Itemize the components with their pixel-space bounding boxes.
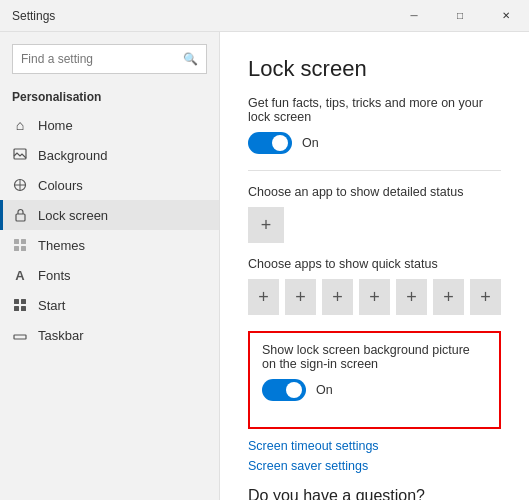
sidebar-item-fonts-label: Fonts bbox=[38, 268, 71, 283]
detailed-status-add-button[interactable]: + bbox=[248, 207, 284, 243]
svg-rect-10 bbox=[21, 306, 26, 311]
sidebar-item-lock-screen[interactable]: Lock screen bbox=[0, 200, 219, 230]
page-title: Lock screen bbox=[248, 56, 501, 82]
svg-rect-3 bbox=[14, 239, 19, 244]
quick-status-btn-2[interactable]: + bbox=[285, 279, 316, 315]
search-box[interactable]: 🔍 bbox=[12, 44, 207, 74]
quick-status-buttons-row: + + + + + + + bbox=[248, 279, 501, 315]
quick-status-btn-5[interactable]: + bbox=[396, 279, 427, 315]
lock-screen-icon bbox=[12, 207, 28, 223]
sidebar-section-label: Personalisation bbox=[0, 86, 219, 110]
sidebar: 🔍 Personalisation ⌂ Home Background Colo… bbox=[0, 32, 220, 500]
svg-rect-8 bbox=[21, 299, 26, 304]
svg-rect-2 bbox=[16, 214, 25, 221]
taskbar-icon bbox=[12, 327, 28, 343]
minimize-button[interactable]: ─ bbox=[391, 0, 437, 32]
sign-in-toggle-label: On bbox=[316, 383, 333, 397]
sign-in-toggle[interactable] bbox=[262, 379, 306, 401]
titlebar: Settings ─ □ ✕ bbox=[0, 0, 529, 32]
sidebar-item-themes[interactable]: Themes bbox=[0, 230, 219, 260]
main-content: Lock screen Get fun facts, tips, tricks … bbox=[220, 32, 529, 500]
sidebar-item-start-label: Start bbox=[38, 298, 65, 313]
sidebar-item-colours-label: Colours bbox=[38, 178, 83, 193]
search-icon: 🔍 bbox=[183, 52, 198, 66]
themes-icon bbox=[12, 237, 28, 253]
fun-facts-toggle-row: On bbox=[248, 132, 501, 154]
sidebar-item-lock-screen-label: Lock screen bbox=[38, 208, 108, 223]
fun-facts-label: Get fun facts, tips, tricks and more on … bbox=[248, 96, 501, 124]
sidebar-item-themes-label: Themes bbox=[38, 238, 85, 253]
close-button[interactable]: ✕ bbox=[483, 0, 529, 32]
screen-timeout-link[interactable]: Screen timeout settings bbox=[248, 439, 501, 453]
sidebar-item-fonts[interactable]: A Fonts bbox=[0, 260, 219, 290]
fun-facts-toggle[interactable] bbox=[248, 132, 292, 154]
question-heading: Do you have a question? bbox=[248, 487, 501, 500]
svg-rect-4 bbox=[21, 239, 26, 244]
quick-status-btn-4[interactable]: + bbox=[359, 279, 390, 315]
app-body: 🔍 Personalisation ⌂ Home Background Colo… bbox=[0, 32, 529, 500]
sidebar-item-background-label: Background bbox=[38, 148, 107, 163]
svg-rect-5 bbox=[14, 246, 19, 251]
highlighted-label: Show lock screen background picture on t… bbox=[262, 343, 487, 371]
sign-in-toggle-row: On bbox=[262, 379, 487, 401]
svg-rect-7 bbox=[14, 299, 19, 304]
sidebar-item-start[interactable]: Start bbox=[0, 290, 219, 320]
svg-rect-9 bbox=[14, 306, 19, 311]
divider-1 bbox=[248, 170, 501, 171]
start-icon bbox=[12, 297, 28, 313]
fonts-icon: A bbox=[12, 267, 28, 283]
sidebar-item-taskbar[interactable]: Taskbar bbox=[0, 320, 219, 350]
quick-status-btn-7[interactable]: + bbox=[470, 279, 501, 315]
detailed-status-section: Choose an app to show detailed status + bbox=[248, 185, 501, 243]
titlebar-title: Settings bbox=[12, 9, 55, 23]
detailed-status-label: Choose an app to show detailed status bbox=[248, 185, 501, 199]
colours-icon bbox=[12, 177, 28, 193]
sidebar-item-home-label: Home bbox=[38, 118, 73, 133]
quick-status-label: Choose apps to show quick status bbox=[248, 257, 501, 271]
maximize-button[interactable]: □ bbox=[437, 0, 483, 32]
search-input[interactable] bbox=[21, 52, 183, 66]
fun-facts-toggle-label: On bbox=[302, 136, 319, 150]
sidebar-item-colours[interactable]: Colours bbox=[0, 170, 219, 200]
titlebar-buttons: ─ □ ✕ bbox=[391, 0, 529, 32]
sidebar-item-home[interactable]: ⌂ Home bbox=[0, 110, 219, 140]
svg-rect-11 bbox=[14, 335, 26, 339]
sign-in-screen-section: Show lock screen background picture on t… bbox=[248, 331, 501, 429]
svg-rect-6 bbox=[21, 246, 26, 251]
sidebar-item-taskbar-label: Taskbar bbox=[38, 328, 84, 343]
quick-status-btn-3[interactable]: + bbox=[322, 279, 353, 315]
quick-status-btn-1[interactable]: + bbox=[248, 279, 279, 315]
background-icon bbox=[12, 147, 28, 163]
sidebar-item-background[interactable]: Background bbox=[0, 140, 219, 170]
home-icon: ⌂ bbox=[12, 117, 28, 133]
screen-saver-link[interactable]: Screen saver settings bbox=[248, 459, 501, 473]
quick-status-btn-6[interactable]: + bbox=[433, 279, 464, 315]
